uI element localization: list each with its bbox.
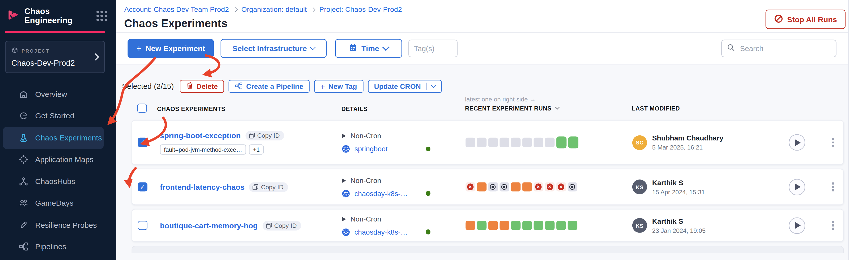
run-status-running[interactable] bbox=[511, 182, 520, 191]
copy-id-button[interactable]: Copy ID bbox=[262, 221, 302, 230]
search-icon bbox=[727, 43, 735, 53]
run-status-running[interactable] bbox=[522, 182, 531, 191]
run-status-pass[interactable] bbox=[545, 221, 554, 230]
selected-count: Selected (2/15) bbox=[122, 82, 174, 90]
run-status-pass[interactable] bbox=[556, 221, 565, 230]
pipeline-icon bbox=[235, 82, 243, 91]
run-experiment-button[interactable] bbox=[789, 179, 805, 195]
experiment-name-link[interactable]: boutique-cart-memory-hog bbox=[160, 221, 258, 230]
experiment-name-link[interactable]: spring-boot-exception bbox=[160, 131, 241, 140]
run-status-pass[interactable] bbox=[511, 221, 520, 230]
sidebar-item-overview[interactable]: Overview bbox=[3, 83, 104, 105]
run-experiment-button[interactable] bbox=[789, 217, 805, 233]
time-filter-dropdown[interactable]: Time bbox=[335, 39, 402, 58]
select-infrastructure-dropdown[interactable]: Select Infrastructure bbox=[220, 39, 327, 58]
infra-status-dot bbox=[426, 229, 430, 234]
run-status-none[interactable] bbox=[488, 138, 497, 147]
sidebar-item-get-started[interactable]: Get Started bbox=[3, 105, 104, 127]
search-box bbox=[721, 40, 837, 58]
sidebar-item-application-maps[interactable]: Application Maps bbox=[3, 149, 104, 171]
infrastructure-link[interactable]: springboot bbox=[354, 145, 422, 153]
chevron-down-icon bbox=[382, 44, 390, 51]
sidebar-item-chaos-dashboards[interactable]: Chaos Dashboards bbox=[3, 258, 104, 260]
row-checkbox[interactable] bbox=[138, 221, 147, 230]
chevron-down-icon[interactable] bbox=[555, 105, 559, 110]
run-status-none[interactable] bbox=[477, 138, 486, 147]
run-experiment-button[interactable] bbox=[789, 134, 805, 150]
infra-status-dot bbox=[426, 191, 430, 196]
toolbar: + New Experiment Select Infrastructure bbox=[116, 33, 868, 65]
avatar: SC bbox=[632, 135, 647, 150]
expand-icon[interactable] bbox=[342, 134, 346, 138]
run-status-none[interactable] bbox=[533, 138, 543, 147]
project-selector[interactable]: PROJECT Chaos-Dev-Prod2 bbox=[5, 41, 105, 73]
update-cron-button[interactable]: Update CRON bbox=[368, 80, 442, 93]
run-status-stopped[interactable] bbox=[567, 182, 577, 191]
tags-filter-input[interactable] bbox=[408, 40, 458, 58]
row-menu-button[interactable] bbox=[830, 136, 836, 149]
run-status-latest-pass[interactable] bbox=[556, 137, 566, 149]
create-pipeline-button[interactable]: Create a Pipeline bbox=[228, 80, 310, 93]
page-title: Chaos Experiments bbox=[124, 17, 402, 30]
breadcrumb-link[interactable]: Account: Chaos Dev Team Prod2 bbox=[124, 6, 229, 14]
tag-chip[interactable]: fault=pod-jvm-method-exce… bbox=[160, 144, 246, 154]
modified-by-name: Karthik S bbox=[652, 179, 705, 187]
sidebar-item-chaos-experiments[interactable]: Chaos Experiments bbox=[3, 127, 104, 149]
run-status-pass[interactable] bbox=[522, 221, 531, 230]
run-status-running[interactable] bbox=[477, 182, 486, 191]
run-status-pass[interactable] bbox=[533, 221, 543, 230]
tag-chip[interactable]: +1 bbox=[249, 144, 264, 154]
run-status-failed[interactable]: × bbox=[465, 182, 475, 191]
run-status-none[interactable] bbox=[522, 138, 531, 147]
pipeline-icon bbox=[19, 242, 28, 252]
sidebar-item-resilience-probes[interactable]: Resilience Probes bbox=[3, 214, 104, 236]
copy-id-button[interactable]: Copy ID bbox=[245, 131, 284, 140]
run-status-none[interactable] bbox=[545, 138, 554, 147]
run-status-failed[interactable]: × bbox=[556, 182, 565, 191]
infrastructure-link[interactable]: chaosday-k8s-… bbox=[354, 228, 422, 236]
module-grid-icon[interactable] bbox=[96, 10, 107, 21]
scroll-gutter[interactable] bbox=[848, 0, 868, 260]
row-menu-button[interactable] bbox=[830, 219, 836, 232]
cron-type: Non-Cron bbox=[350, 132, 381, 140]
row-checkbox[interactable] bbox=[138, 138, 147, 147]
cube-icon bbox=[11, 46, 18, 56]
stop-all-runs-button[interactable]: Stop All Runs bbox=[766, 9, 845, 29]
get-started-icon bbox=[19, 111, 28, 121]
run-status-failed[interactable]: × bbox=[545, 182, 554, 191]
expand-icon[interactable] bbox=[342, 178, 346, 183]
run-status-none[interactable] bbox=[511, 138, 520, 147]
run-status-pass[interactable] bbox=[477, 221, 486, 230]
run-status-failed[interactable]: × bbox=[533, 182, 543, 191]
row-checkbox[interactable] bbox=[138, 182, 147, 191]
row-menu-button[interactable] bbox=[830, 180, 836, 193]
sidebar-item-gamedays[interactable]: GameDays bbox=[3, 192, 104, 214]
run-status-running[interactable] bbox=[499, 221, 509, 230]
run-status-running[interactable] bbox=[488, 221, 497, 230]
modified-by-name: Karthik S bbox=[652, 217, 706, 225]
infrastructure-link[interactable]: chaosday-k8s-… bbox=[354, 189, 422, 197]
run-status-none[interactable] bbox=[465, 138, 475, 147]
modified-date: 5 Mar 2025, 16:21 bbox=[652, 144, 723, 151]
select-all-checkbox[interactable] bbox=[137, 104, 147, 113]
run-status-stopped[interactable] bbox=[488, 182, 497, 191]
copy-id-button[interactable]: Copy ID bbox=[249, 182, 288, 191]
sidebar-item-chaoshubs[interactable]: ChaosHubs bbox=[3, 171, 104, 192]
run-status-running[interactable] bbox=[465, 221, 475, 230]
run-status-pass[interactable] bbox=[567, 221, 577, 230]
breadcrumb-link[interactable]: Project: Chaos-Dev-Prod2 bbox=[319, 6, 402, 14]
run-status-stopped[interactable] bbox=[499, 182, 509, 191]
new-experiment-button[interactable]: + New Experiment bbox=[127, 39, 214, 58]
table-header: CHAOS EXPERIMENTS DETAILS latest one on … bbox=[131, 103, 844, 113]
breadcrumb-link[interactable]: Organization: default bbox=[242, 6, 307, 14]
expand-icon[interactable] bbox=[342, 217, 346, 221]
run-status-latest-pass[interactable] bbox=[568, 137, 578, 149]
tag-chips: fault=pod-jvm-method-exce…+1 bbox=[160, 144, 342, 154]
new-tag-button[interactable]: + New Tag bbox=[314, 80, 363, 93]
run-status-none[interactable] bbox=[499, 138, 509, 147]
sidebar-item-pipelines[interactable]: Pipelines bbox=[3, 236, 104, 258]
search-input[interactable] bbox=[739, 43, 831, 53]
kubernetes-icon bbox=[342, 228, 350, 236]
experiment-name-link[interactable]: frontend-latency-chaos bbox=[160, 183, 245, 191]
delete-button[interactable]: Delete bbox=[180, 80, 224, 93]
